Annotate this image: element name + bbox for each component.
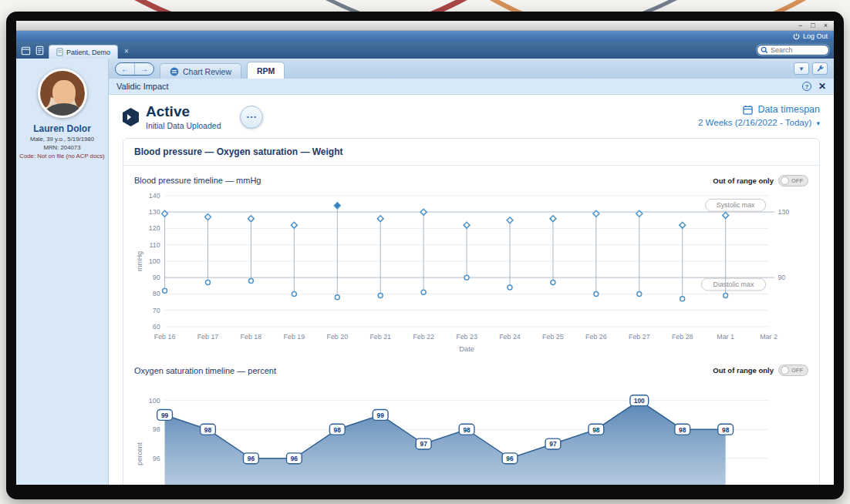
patient-avatar [38,69,87,118]
svg-text:96: 96 [506,455,514,463]
tab-chart-review-label: Chart Review [183,67,231,76]
tab-bar-tools: ▾ [794,62,828,75]
tab-rpm[interactable]: RPM [247,62,285,79]
chart-review-icon [170,67,179,76]
chevron-down-icon: ▾ [816,119,820,127]
svg-text:90: 90 [153,274,160,281]
patient-tab-label: Patient, Demo [66,49,110,56]
search-box[interactable] [757,45,829,55]
patient-sidebar: Lauren Dolor Male, 39 y.o., 5/19/1980 MR… [16,59,109,485]
calendar-timespan-icon [743,105,753,115]
patient-name: Lauren Dolor [33,123,91,134]
avatar-shirt [46,103,83,118]
status-row: Active Initial Data Uploaded ... [123,104,820,130]
tab-rpm-label: RPM [257,66,275,76]
svg-text:96: 96 [153,455,160,462]
svg-text:Feb 28: Feb 28 [672,333,693,341]
svg-text:Feb 22: Feb 22 [413,333,434,341]
tab-patient-demo[interactable]: Patient, Demo [49,45,118,59]
o2-out-of-range-toggle[interactable]: OFF [778,365,808,376]
logout-link[interactable]: Log Out [803,32,828,40]
tools-button[interactable] [812,62,828,75]
timespan-value: 2 Weeks (2/16/2022 - Today) [698,118,811,127]
tab-close-icon[interactable]: × [122,47,131,55]
svg-text:98: 98 [463,426,471,434]
svg-text:Feb 17: Feb 17 [197,333,219,341]
toggle-knob [781,176,789,185]
svg-text:99: 99 [161,412,169,419]
svg-text:90: 90 [777,274,785,281]
svg-text:100: 100 [149,257,160,265]
svg-text:100: 100 [634,398,645,405]
svg-text:Feb 27: Feb 27 [629,333,650,341]
laptop-screen: − □ × Log Out [16,21,834,485]
patient-code-status: Code: Not on file (no ACP docs) [16,153,107,161]
rpm-dashboard: Active Initial Data Uploaded ... [109,95,834,485]
program-status: Active [146,104,221,119]
toggle-state-label: OFF [791,177,803,184]
panel-close-icon[interactable]: ✕ [818,82,826,91]
svg-text:Feb 24: Feb 24 [499,333,521,341]
o2-chart-block: Oxygen saturation timeline — percent Out… [123,355,819,485]
svg-text:mmHg: mmHg [136,251,143,271]
ehr-application-window: − □ × Log Out [16,21,834,485]
out-of-range-label: Out of range only [713,176,774,185]
o2-chart-header: Oxygen saturation timeline — percent Out… [134,365,808,376]
svg-text:Feb 16: Feb 16 [154,333,176,341]
o2-out-of-range-control: Out of range only OFF [713,365,808,376]
svg-text:130: 130 [149,208,160,216]
vitals-card: Blood pressure — Oxygen saturation — Wei… [123,138,820,485]
svg-text:Feb 19: Feb 19 [284,333,305,341]
content-area: ← → Chart Review [109,59,834,485]
svg-text:Feb 25: Feb 25 [542,333,564,341]
svg-text:Diastolic max: Diastolic max [713,281,754,288]
bp-out-of-range-control: Out of range only OFF [713,175,808,186]
svg-text:130: 130 [777,208,789,216]
bp-chart-header: Blood pressure timeline — mmHg Out of ra… [134,175,808,186]
svg-text:98: 98 [722,426,730,434]
panel-title: Validic Impact [116,82,169,91]
svg-text:Feb 18: Feb 18 [241,333,262,341]
svg-text:98: 98 [153,426,160,434]
logout-bar: Log Out [16,31,834,42]
minimize-button[interactable]: − [798,22,802,29]
dropdown-button[interactable]: ▾ [794,62,809,75]
o2-chart-title: Oxygen saturation timeline — percent [134,366,276,375]
svg-text:Feb 20: Feb 20 [326,333,348,341]
svg-text:140: 140 [149,192,160,200]
document-icon[interactable] [35,45,45,55]
svg-text:Mar 1: Mar 1 [717,333,734,341]
blood-pressure-chart: 60708090100110120130140130Systolic max90… [134,188,808,356]
patient-tab-icon [56,48,63,56]
more-actions-button[interactable]: ... [240,106,263,129]
maximize-button[interactable]: □ [811,22,815,29]
svg-text:99: 99 [377,412,385,419]
oxygen-saturation-chart: 969810099989696989997989697981009898perc… [134,378,808,485]
timespan-dropdown[interactable]: 2 Weeks (2/16/2022 - Today) ▾ [698,118,820,127]
timespan-group: Data timespan 2 Weeks (2/16/2022 - Today… [698,104,820,127]
search-input[interactable] [771,46,823,54]
svg-text:97: 97 [420,441,427,449]
forward-button[interactable]: → [134,63,153,75]
svg-text:Mar 2: Mar 2 [760,333,777,341]
vitals-card-title: Blood pressure — Oxygen saturation — Wei… [123,139,819,166]
svg-text:percent: percent [136,442,143,465]
bp-out-of-range-toggle[interactable]: OFF [778,175,808,186]
svg-text:Date: Date [459,344,474,353]
calendar-icon[interactable] [21,45,31,55]
validic-panel-header: Validic Impact ? ✕ [109,79,834,95]
browser-tab-strip: Patient, Demo × [16,42,834,59]
svg-text:80: 80 [153,290,160,297]
toggle-knob [781,366,789,375]
svg-text:96: 96 [248,455,255,463]
tab-chart-review[interactable]: Chart Review [160,63,241,79]
patient-demographics: Male, 39 y.o., 5/19/1980 [30,136,94,143]
status-group: Active Initial Data Uploaded ... [123,104,263,130]
svg-text:98: 98 [592,426,600,434]
scene: − □ × Log Out [0,0,850,504]
back-button[interactable]: ← [116,63,134,75]
close-button[interactable]: × [824,22,828,29]
history-nav: ← → [115,62,154,76]
timespan-label-row: Data timespan [698,104,820,115]
help-icon[interactable]: ? [802,82,811,91]
